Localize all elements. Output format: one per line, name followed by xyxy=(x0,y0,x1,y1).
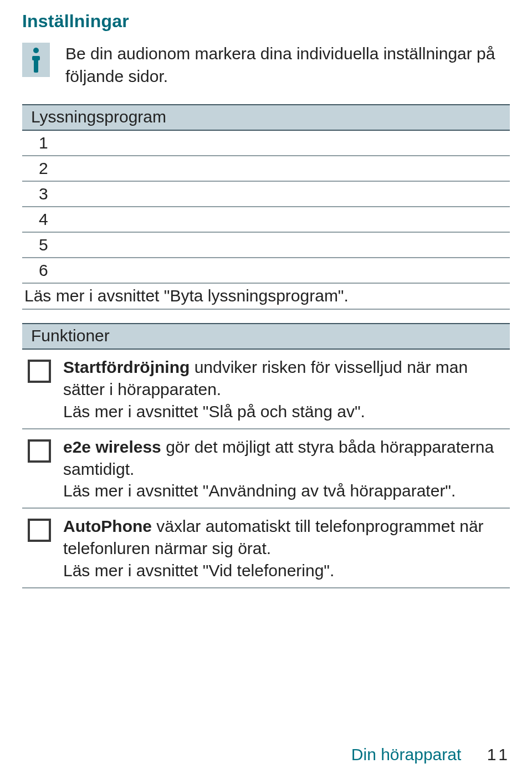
info-callout: Be din audionom markera dina individuell… xyxy=(22,43,510,88)
info-icon xyxy=(22,43,50,77)
program-row: 6 xyxy=(22,258,510,284)
function-bold: Startfördröjning xyxy=(63,358,190,376)
programs-footnote: Läs mer i avsnittet "Byta lyssningsprogr… xyxy=(22,284,510,310)
function-more: Läs mer i avsnittet "Slå på och stäng av… xyxy=(63,402,365,421)
function-item: Startfördröjning undviker risken för vis… xyxy=(22,350,510,429)
functions-header: Funktioner xyxy=(22,323,510,350)
program-row: 5 xyxy=(22,233,510,258)
footer-section: Din hörapparat xyxy=(351,745,461,763)
function-item: e2e wireless gör det möjligt att styra b… xyxy=(22,429,510,509)
info-text: Be din audionom markera dina individuell… xyxy=(65,43,510,88)
program-row: 1 xyxy=(22,131,510,156)
program-row: 3 xyxy=(22,182,510,207)
function-item: AutoPhone växlar automatiskt till telefo… xyxy=(22,509,510,588)
function-more: Läs mer i avsnittet "Användning av två h… xyxy=(63,481,456,500)
checkbox[interactable] xyxy=(28,360,51,383)
function-text: Startfördröjning undviker risken för vis… xyxy=(63,356,504,423)
function-text: e2e wireless gör det möjligt att styra b… xyxy=(63,436,504,503)
function-bold: AutoPhone xyxy=(63,517,152,535)
svg-rect-2 xyxy=(34,56,38,73)
footer-page-number: 11 xyxy=(487,745,510,763)
svg-point-0 xyxy=(33,48,39,53)
program-row: 2 xyxy=(22,156,510,182)
page-title: Inställningar xyxy=(22,11,510,32)
page-footer: Din hörapparat 11 xyxy=(351,745,510,764)
checkbox[interactable] xyxy=(28,519,51,542)
function-text: AutoPhone växlar automatiskt till telefo… xyxy=(63,515,504,582)
checkbox[interactable] xyxy=(28,439,51,463)
function-more: Läs mer i avsnittet "Vid telefonering". xyxy=(63,561,334,580)
program-row: 4 xyxy=(22,207,510,233)
document-page: Inställningar Be din audionom markera di… xyxy=(0,0,532,784)
programs-header: Lyssningsprogram xyxy=(22,104,510,131)
function-bold: e2e wireless xyxy=(63,438,161,456)
